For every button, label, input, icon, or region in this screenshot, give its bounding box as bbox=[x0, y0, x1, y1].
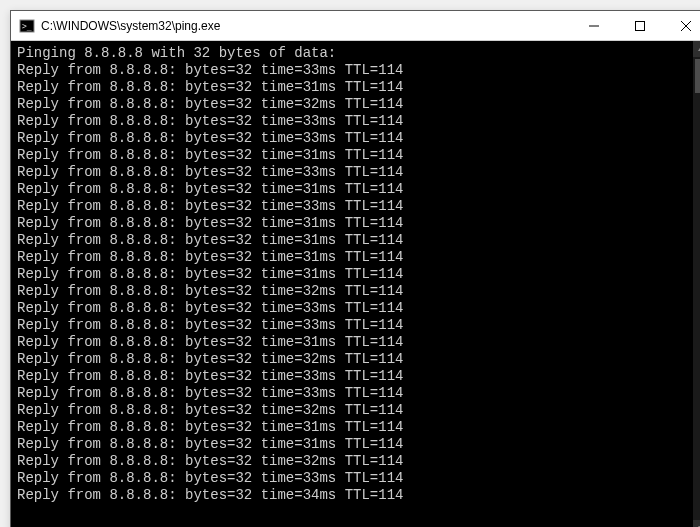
ping-reply-line: Reply from 8.8.8.8: bytes=32 time=31ms T… bbox=[17, 436, 691, 453]
ping-reply-line: Reply from 8.8.8.8: bytes=32 time=32ms T… bbox=[17, 96, 691, 113]
ping-header-line: Pinging 8.8.8.8 with 32 bytes of data: bbox=[17, 45, 691, 62]
maximize-button[interactable] bbox=[617, 11, 663, 40]
svg-rect-3 bbox=[636, 21, 645, 30]
ping-reply-line: Reply from 8.8.8.8: bytes=32 time=31ms T… bbox=[17, 232, 691, 249]
vertical-scrollbar[interactable] bbox=[693, 41, 700, 527]
ping-reply-line: Reply from 8.8.8.8: bytes=32 time=31ms T… bbox=[17, 334, 691, 351]
scroll-up-button[interactable] bbox=[693, 41, 700, 57]
ping-reply-line: Reply from 8.8.8.8: bytes=32 time=31ms T… bbox=[17, 419, 691, 436]
svg-text:>_: >_ bbox=[22, 22, 32, 31]
ping-reply-line: Reply from 8.8.8.8: bytes=32 time=33ms T… bbox=[17, 300, 691, 317]
client-area: Pinging 8.8.8.8 with 32 bytes of data:Re… bbox=[11, 41, 700, 527]
ping-reply-line: Reply from 8.8.8.8: bytes=32 time=33ms T… bbox=[17, 164, 691, 181]
ping-reply-line: Reply from 8.8.8.8: bytes=32 time=32ms T… bbox=[17, 351, 691, 368]
ping-reply-line: Reply from 8.8.8.8: bytes=32 time=33ms T… bbox=[17, 368, 691, 385]
scroll-thumb[interactable] bbox=[695, 59, 700, 93]
console-output[interactable]: Pinging 8.8.8.8 with 32 bytes of data:Re… bbox=[11, 41, 693, 527]
minimize-button[interactable] bbox=[571, 11, 617, 40]
ping-reply-line: Reply from 8.8.8.8: bytes=32 time=34ms T… bbox=[17, 487, 691, 504]
ping-reply-line: Reply from 8.8.8.8: bytes=32 time=32ms T… bbox=[17, 453, 691, 470]
ping-reply-line: Reply from 8.8.8.8: bytes=32 time=31ms T… bbox=[17, 266, 691, 283]
ping-reply-line: Reply from 8.8.8.8: bytes=32 time=33ms T… bbox=[17, 470, 691, 487]
ping-reply-line: Reply from 8.8.8.8: bytes=32 time=32ms T… bbox=[17, 283, 691, 300]
ping-reply-line: Reply from 8.8.8.8: bytes=32 time=31ms T… bbox=[17, 181, 691, 198]
ping-reply-line: Reply from 8.8.8.8: bytes=32 time=33ms T… bbox=[17, 62, 691, 79]
titlebar[interactable]: >_ C:\WINDOWS\system32\ping.exe bbox=[11, 11, 700, 41]
window-controls bbox=[571, 11, 700, 40]
ping-reply-line: Reply from 8.8.8.8: bytes=32 time=33ms T… bbox=[17, 385, 691, 402]
ping-reply-line: Reply from 8.8.8.8: bytes=32 time=31ms T… bbox=[17, 215, 691, 232]
ping-reply-line: Reply from 8.8.8.8: bytes=32 time=33ms T… bbox=[17, 113, 691, 130]
app-icon: >_ bbox=[19, 18, 35, 34]
ping-reply-line: Reply from 8.8.8.8: bytes=32 time=31ms T… bbox=[17, 147, 691, 164]
window-title: C:\WINDOWS\system32\ping.exe bbox=[41, 19, 571, 33]
close-button[interactable] bbox=[663, 11, 700, 40]
ping-reply-line: Reply from 8.8.8.8: bytes=32 time=31ms T… bbox=[17, 79, 691, 96]
scroll-down-button[interactable] bbox=[693, 520, 700, 527]
console-window: >_ C:\WINDOWS\system32\ping.exe Pinging … bbox=[10, 10, 700, 527]
ping-reply-line: Reply from 8.8.8.8: bytes=32 time=31ms T… bbox=[17, 249, 691, 266]
ping-reply-line: Reply from 8.8.8.8: bytes=32 time=33ms T… bbox=[17, 198, 691, 215]
ping-reply-line: Reply from 8.8.8.8: bytes=32 time=33ms T… bbox=[17, 317, 691, 334]
ping-reply-line: Reply from 8.8.8.8: bytes=32 time=32ms T… bbox=[17, 402, 691, 419]
ping-reply-line: Reply from 8.8.8.8: bytes=32 time=33ms T… bbox=[17, 130, 691, 147]
